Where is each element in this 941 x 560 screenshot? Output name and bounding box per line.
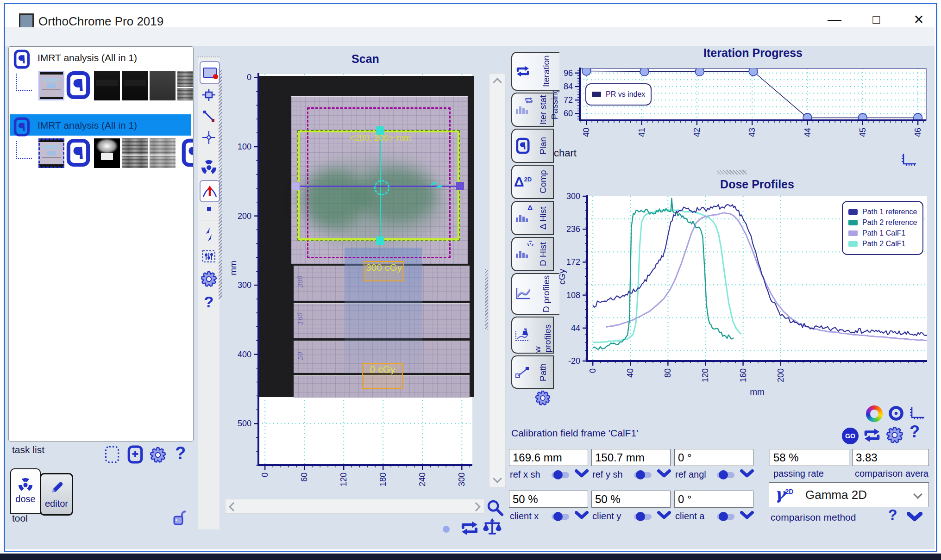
field-toggle[interactable] (717, 472, 734, 478)
crosshair-tool[interactable] (200, 128, 218, 147)
field-toggle[interactable] (634, 472, 652, 478)
field-chevron-icon[interactable] (575, 469, 589, 480)
scan-thumbnail[interactable] (38, 71, 64, 100)
scan-thumbnail[interactable] (122, 71, 148, 100)
scan-thumbnail[interactable] (94, 71, 120, 100)
tab-w-profiles[interactable]: w profiles (511, 317, 554, 354)
ref-x-sh-input[interactable] (509, 449, 588, 466)
field-label: ref angl (675, 469, 706, 480)
client-x-input[interactable] (509, 491, 588, 508)
tab-iteration[interactable]: Iteration (511, 52, 559, 91)
go-button[interactable]: GO (842, 428, 859, 444)
tab-d-hist[interactable]: D Hist (511, 237, 554, 271)
client-a-input[interactable] (674, 491, 753, 508)
hist-dose-icon (512, 238, 533, 270)
scroll-down-icon[interactable] (493, 474, 502, 483)
maximize-button[interactable]: □ (866, 11, 887, 28)
field-group-client-x: client x (509, 491, 589, 524)
comparison-help-icon[interactable]: ? (910, 422, 920, 442)
axes-icon-2[interactable] (909, 406, 925, 423)
tab-path[interactable]: Path (511, 355, 554, 389)
field-toggle[interactable] (717, 514, 734, 520)
scan-thumbnail[interactable] (38, 138, 64, 168)
axes-icon[interactable] (900, 153, 917, 169)
comparison-gear-icon[interactable] (885, 426, 904, 446)
passing-rate-field[interactable] (770, 449, 849, 466)
scan-thumbnail[interactable] (177, 71, 194, 100)
field-label: ref y sh (592, 469, 623, 480)
tab-d-profiles[interactable]: D profiles (511, 273, 559, 315)
scan-horizontal-scrollbar[interactable] (225, 499, 484, 514)
field-chevron-icon[interactable] (657, 511, 671, 522)
help-tool[interactable]: ? (200, 292, 218, 311)
thumbnail-doc-icon[interactable] (66, 71, 92, 100)
ref-y-sh-input[interactable] (591, 449, 671, 466)
flash-tool[interactable] (200, 225, 218, 244)
tab-comp[interactable]: Δ2DComp (511, 165, 554, 199)
tab-δ-hist[interactable]: ΔΔ Hist (511, 201, 554, 235)
tab-dose[interactable]: dose (10, 468, 41, 514)
svg-text:200: 200 (776, 368, 785, 382)
legend-swatch (848, 241, 858, 247)
field-chevron-icon[interactable] (657, 469, 671, 480)
gear-tool[interactable] (200, 269, 218, 289)
field-toggle[interactable] (552, 472, 569, 478)
rect-select-tool[interactable] (200, 61, 220, 84)
scan-thumbnail[interactable] (94, 138, 120, 168)
close-button[interactable]: × (908, 11, 929, 28)
tab-editor[interactable]: editor (40, 473, 73, 516)
scroll-up-icon[interactable] (493, 78, 502, 87)
passing-rate-label: passing rate (773, 468, 824, 479)
color-wheel-icon[interactable] (866, 405, 883, 422)
magnifier-icon[interactable] (486, 499, 504, 518)
scales-icon[interactable] (482, 517, 503, 539)
thumbnail-doc-icon[interactable] (177, 138, 194, 168)
scan-thumbnail[interactable] (122, 138, 148, 168)
target-icon[interactable] (887, 404, 905, 424)
client-y-input[interactable] (591, 491, 671, 508)
tab-settings-gear-icon[interactable] (534, 390, 551, 408)
scroll-left-icon[interactable] (229, 502, 238, 511)
scan-thumbnail[interactable] (150, 71, 176, 100)
legend-label: Path 1 reference (862, 208, 917, 216)
comparison-method-select[interactable]: γ2D Gamma 2D (769, 482, 929, 507)
field-chevron-icon[interactable] (575, 511, 589, 522)
task-item-label[interactable]: IMRT analysis (All in 1) (38, 120, 137, 131)
scan-thumbnail[interactable] (150, 138, 176, 168)
loop-icon[interactable] (459, 519, 480, 539)
tab-iter-stat[interactable]: Iter stat (511, 93, 554, 127)
method-help-icon[interactable]: ? (888, 506, 897, 523)
field-chevron-icon[interactable] (740, 511, 754, 522)
select-document-button[interactable] (104, 445, 120, 466)
thumbnail-doc-icon[interactable] (66, 138, 92, 168)
point-tool[interactable] (200, 204, 218, 214)
line-tool[interactable] (200, 107, 218, 125)
help-button[interactable]: ? (175, 443, 186, 463)
task-item-label[interactable]: IMRT analysis (All in 1) (38, 52, 137, 63)
tab-plan[interactable]: Plan (511, 129, 554, 163)
unlock-icon[interactable] (172, 510, 186, 529)
w-profiles-icon (512, 317, 533, 353)
method-chevron-icon[interactable] (907, 512, 922, 523)
sliders-tool[interactable] (200, 247, 218, 266)
comparison-average-field[interactable] (852, 449, 929, 466)
ref-angl-input[interactable] (674, 449, 753, 466)
field-group-ref-angl: ref angl (674, 449, 754, 482)
field-chevron-icon[interactable] (740, 469, 754, 480)
scan-vertical-scrollbar[interactable] (489, 73, 506, 488)
hist-delta-icon: Δ (512, 202, 533, 234)
add-document-button[interactable] (127, 445, 143, 466)
splitter-handle-right[interactable] (485, 269, 488, 330)
settings-button[interactable] (149, 446, 167, 466)
recalculate-loop-icon[interactable] (862, 427, 882, 446)
radiation-icon (19, 478, 32, 492)
scan-plot[interactable]: 0601201802403000100200300400500 (221, 44, 496, 543)
radiation-tool[interactable] (200, 158, 218, 177)
field-toggle[interactable] (552, 514, 569, 520)
frame-tool[interactable] (200, 86, 218, 104)
application-window: OrthoChrome Pro 2019 — □ × File Setting … (0, 0, 941, 560)
scroll-right-icon[interactable] (471, 502, 481, 511)
field-toggle[interactable] (634, 514, 652, 520)
minimize-button[interactable]: — (824, 11, 845, 28)
peak-tool[interactable] (200, 180, 220, 202)
